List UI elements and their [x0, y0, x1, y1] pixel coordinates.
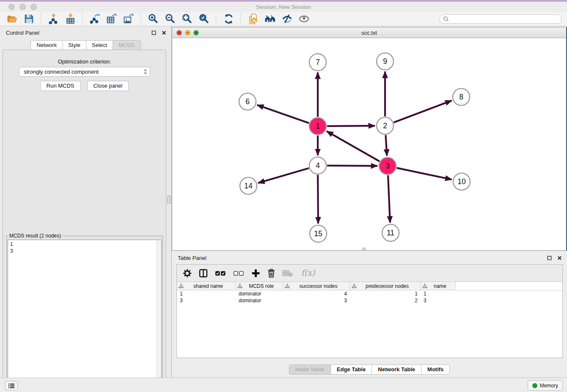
- result-scrollbar[interactable]: [156, 240, 161, 390]
- graph-node-2[interactable]: 2: [377, 117, 394, 134]
- open-session-icon[interactable]: [5, 13, 19, 25]
- select-stepper-icon: [143, 69, 147, 75]
- zoom-selected-icon[interactable]: [197, 13, 211, 25]
- save-session-icon[interactable]: [22, 13, 36, 25]
- add-column-icon[interactable]: [251, 268, 260, 279]
- close-panel-icon[interactable]: [160, 29, 167, 36]
- column-header-successor-nodes[interactable]: successor nodes: [283, 282, 350, 290]
- memory-button[interactable]: Memory: [528, 380, 563, 391]
- show-details-icon[interactable]: [297, 13, 311, 25]
- column-header-name[interactable]: name: [421, 282, 456, 290]
- table-rows: 1dominator4113dominator323: [177, 290, 562, 304]
- table-cell: 1: [350, 291, 421, 297]
- node-label: 7: [316, 58, 320, 66]
- graph-node-3[interactable]: 3: [379, 157, 396, 174]
- network-window-titlebar[interactable]: scc.txt: [172, 28, 566, 38]
- graph-node-8[interactable]: 8: [453, 88, 470, 105]
- home-icon[interactable]: [263, 13, 277, 25]
- graph-edge-3-10[interactable]: [397, 168, 452, 179]
- tab-edge-table[interactable]: Edge Table: [331, 364, 372, 375]
- graph-edge-3-11[interactable]: [388, 175, 390, 223]
- tab-network[interactable]: Network: [30, 40, 63, 50]
- task-history-button[interactable]: [5, 381, 18, 390]
- search-input[interactable]: [451, 15, 561, 23]
- tab-select[interactable]: Select: [86, 40, 113, 50]
- deselect-all-icon[interactable]: [233, 268, 244, 279]
- graph-edge-2-8[interactable]: [394, 101, 452, 123]
- float-table-panel-icon[interactable]: [546, 254, 553, 261]
- clone-network-icon[interactable]: [246, 13, 260, 25]
- zoom-out-icon[interactable]: [163, 13, 177, 25]
- table-row[interactable]: 3dominator323: [177, 297, 562, 304]
- delete-column-icon[interactable]: [267, 268, 275, 279]
- graph-edge-4-15[interactable]: [318, 175, 318, 224]
- zoom-fit-icon[interactable]: [180, 13, 194, 25]
- app-titlebar: Session: New Session: [0, 2, 567, 12]
- mcds-result-list[interactable]: 1 3: [8, 240, 162, 391]
- zoom-in-icon[interactable]: [146, 13, 160, 25]
- toolbar-separator: [41, 13, 41, 25]
- export-image-icon[interactable]: [122, 13, 135, 25]
- graph-node-11[interactable]: 11: [382, 224, 399, 241]
- control-panel: Control Panel NetworkStyleSelectMCDS Opt…: [0, 26, 172, 378]
- node-label: 10: [457, 177, 466, 186]
- node-label: 2: [383, 121, 387, 130]
- float-panel-icon[interactable]: [150, 29, 157, 36]
- table-row[interactable]: 1dominator411: [177, 290, 562, 297]
- column-header-predecessor-nodes[interactable]: predecessor nodes: [350, 282, 421, 290]
- show-column-icon[interactable]: [199, 268, 208, 279]
- close-panel-button[interactable]: Close panel: [87, 81, 129, 91]
- graph-node-1[interactable]: 1: [309, 118, 326, 135]
- node-label: 4: [316, 161, 320, 170]
- table-panel-header: Table Panel: [172, 251, 567, 264]
- graph-node-14[interactable]: 14: [240, 177, 257, 194]
- graph-node-7[interactable]: 7: [309, 54, 326, 71]
- graph-edge-1-2[interactable]: [327, 126, 375, 126]
- toolbar-separator: [140, 13, 141, 25]
- export-table-icon[interactable]: [105, 13, 118, 25]
- export-network-icon[interactable]: [88, 13, 102, 25]
- panel-splitter-grip[interactable]: [167, 196, 171, 204]
- import-network-icon[interactable]: [47, 13, 60, 25]
- tab-style[interactable]: Style: [63, 40, 86, 50]
- graph-node-10[interactable]: 10: [453, 173, 470, 190]
- tab-motifs[interactable]: Motifs: [421, 364, 450, 375]
- toolbar-separator: [82, 13, 83, 25]
- graph-node-9[interactable]: 9: [377, 53, 394, 70]
- hide-details-icon[interactable]: [280, 13, 294, 25]
- app-title: Session: New Session: [0, 4, 567, 10]
- graph-edge-4-3[interactable]: [327, 166, 377, 166]
- column-header-shared-name[interactable]: shared name: [177, 282, 236, 290]
- network-canvas[interactable]: 1234678910111415: [172, 38, 566, 250]
- table-column-headers: shared nameMCDS rolesuccessor nodesprede…: [177, 282, 562, 290]
- tab-mcds[interactable]: MCDS: [113, 40, 140, 50]
- graph-edge-2-3[interactable]: [385, 135, 387, 156]
- node-label: 15: [314, 229, 322, 238]
- tab-node-table[interactable]: Node Table: [289, 364, 331, 375]
- table-toolbar: f(x): [177, 265, 562, 282]
- select-all-icon[interactable]: [215, 268, 226, 279]
- refresh-layout-icon[interactable]: [222, 13, 235, 25]
- graph-edge-4-14[interactable]: [258, 168, 309, 183]
- close-table-panel-icon[interactable]: [556, 254, 563, 261]
- search-box[interactable]: [439, 14, 562, 24]
- graph-node-15[interactable]: 15: [310, 225, 327, 242]
- table-mode-icon[interactable]: [183, 268, 192, 279]
- window-resize-grip[interactable]: [362, 248, 366, 250]
- status-bar: Memory: [0, 378, 567, 392]
- tab-network-table[interactable]: Network Table: [372, 364, 421, 375]
- svg-text:f(x): f(x): [301, 269, 315, 278]
- graph-node-6[interactable]: 6: [239, 93, 256, 110]
- node-label: 9: [383, 57, 387, 66]
- graph-node-4[interactable]: 4: [309, 157, 326, 174]
- column-header-MCDS-role[interactable]: MCDS role: [236, 282, 283, 290]
- function-builder-icon: f(x): [300, 268, 315, 279]
- search-icon: [443, 16, 449, 22]
- optimization-criterion-select[interactable]: strongly connected component: [19, 67, 150, 77]
- run-mcds-button[interactable]: Run MCDS: [40, 81, 81, 91]
- graph-edge-1-6[interactable]: [257, 105, 309, 123]
- import-table-icon[interactable]: [63, 13, 77, 25]
- graph-edge-3-1[interactable]: [327, 131, 380, 161]
- selected-criterion: strongly connected component: [24, 69, 143, 75]
- control-panel-tabs: NetworkStyleSelectMCDS: [0, 40, 171, 50]
